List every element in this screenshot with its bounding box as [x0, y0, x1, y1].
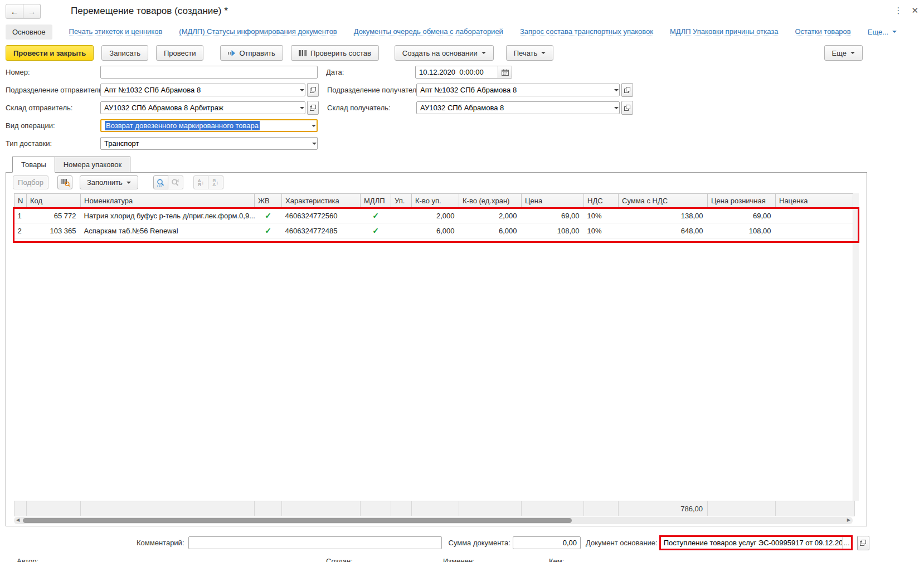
- nav-link-mdlp-refusal-reasons[interactable]: МДЛП Упаковки причины отказа: [670, 27, 778, 36]
- more-actions-button[interactable]: Еще: [824, 45, 863, 61]
- col-header-vital[interactable]: ЖВ: [255, 194, 282, 208]
- basis-document-open-button[interactable]: [857, 536, 869, 550]
- document-window: ← → Перемещение товаров (создание) * ⋮ ✕…: [0, 0, 924, 562]
- department-from-label: Подразделение отправитель:: [6, 86, 100, 94]
- back-button[interactable]: ←: [6, 4, 23, 19]
- tab-package-numbers[interactable]: Номера упаковок: [55, 157, 130, 173]
- col-header-qty-store[interactable]: К-во (ед.хран): [459, 194, 522, 208]
- ellipsis-icon[interactable]: ...: [842, 537, 851, 549]
- number-input[interactable]: [100, 66, 318, 79]
- chevron-down-icon: [127, 182, 131, 184]
- chevron-down-icon[interactable]: [610, 102, 619, 114]
- chevron-down-icon[interactable]: [295, 102, 305, 114]
- close-icon[interactable]: ✕: [911, 6, 918, 16]
- department-from-open-button[interactable]: [307, 83, 319, 97]
- basis-document-input[interactable]: Поступление товаров услуг ЭС-00995917 от…: [659, 535, 853, 550]
- col-header-total-with-vat[interactable]: Сумма с НДС: [619, 194, 708, 208]
- grid-tabs: Товары Номера упаковок: [0, 157, 924, 172]
- pick-button[interactable]: Подбор: [13, 175, 48, 189]
- nav-link-transport-pack-request[interactable]: Запрос состава транспортных упаковок: [520, 27, 653, 36]
- date-input[interactable]: 10.12.2020 0:00:00: [415, 66, 512, 79]
- horizontal-scrollbar-thumb[interactable]: [23, 518, 572, 523]
- chevron-down-icon[interactable]: [308, 138, 317, 149]
- open-icon: [310, 105, 316, 111]
- col-header-mdlp[interactable]: МДЛП: [361, 194, 391, 208]
- search-icon: [157, 179, 165, 187]
- sort-descending-button[interactable]: ЯА↓: [208, 175, 223, 189]
- chevron-down-icon[interactable]: [295, 84, 305, 96]
- post-and-close-button[interactable]: Провести и закрыть: [6, 45, 94, 61]
- nav-link-mdlp-statuses[interactable]: (МДЛП) Статусы информирования документов: [179, 27, 337, 36]
- department-to-open-button[interactable]: [621, 83, 633, 97]
- comment-input[interactable]: [188, 536, 442, 549]
- chevron-down-icon: [850, 52, 855, 54]
- col-header-pack[interactable]: Уп.: [391, 194, 412, 208]
- nav-link-labels-print[interactable]: Печать этикеток и ценников: [69, 27, 163, 36]
- delivery-type-input[interactable]: Транспорт: [100, 137, 318, 150]
- col-header-code[interactable]: Код: [27, 194, 81, 208]
- document-sum-label: Сумма документа:: [449, 539, 510, 547]
- tab-goods[interactable]: Товары: [12, 157, 55, 173]
- scroll-right-icon[interactable]: ▶: [847, 517, 850, 522]
- chevron-down-icon[interactable]: [610, 84, 619, 96]
- search-cancel-button[interactable]: [168, 175, 183, 189]
- vertical-scrollbar[interactable]: [853, 193, 859, 501]
- warehouse-from-open-button[interactable]: [307, 101, 319, 115]
- check-icon: ✓: [265, 226, 271, 235]
- col-header-qty-pack[interactable]: К-во уп.: [412, 194, 459, 208]
- nav-link-goods-remains[interactable]: Остатки товаров: [795, 27, 850, 36]
- col-header-characteristic[interactable]: Характеристика: [282, 194, 361, 208]
- tab-main[interactable]: Основное: [6, 25, 52, 40]
- row-delivery-type: Тип доставки: Транспорт: [6, 137, 924, 150]
- col-header-markup[interactable]: Наценка: [776, 194, 855, 208]
- nav-links-row: Основное Печать этикеток и ценников (МДЛ…: [0, 22, 924, 41]
- fill-button[interactable]: Заполнить: [80, 175, 138, 189]
- col-header-nomenclature[interactable]: Номенклатура: [81, 194, 255, 208]
- table-row[interactable]: 2 103 365 Аспаркам таб.№56 Renewal ✓ 460…: [14, 223, 855, 238]
- window-controls: ⋮ ✕: [894, 6, 918, 16]
- row-operation-kind: Вид операции: Возврат довезенного маркир…: [6, 119, 924, 132]
- warehouse-to-open-button[interactable]: [621, 101, 633, 115]
- horizontal-scrollbar[interactable]: ◀ ▶: [14, 517, 853, 524]
- search-button[interactable]: [153, 175, 168, 189]
- titlebar: ← → Перемещение товаров (создание) * ⋮ ✕: [0, 0, 924, 22]
- kebab-icon[interactable]: ⋮: [894, 6, 902, 16]
- forward-button[interactable]: →: [23, 4, 41, 19]
- chevron-down-icon[interactable]: [307, 120, 317, 131]
- col-header-n[interactable]: N: [14, 194, 27, 208]
- table-row[interactable]: 1 65 772 Натрия хлорид буфус р-тель д/пр…: [14, 208, 855, 223]
- department-from-input[interactable]: Апт №1032 СПб Абрамова 8: [100, 84, 305, 96]
- col-header-price[interactable]: Цена: [522, 194, 584, 208]
- print-button[interactable]: Печать: [506, 45, 554, 61]
- check-icon: ✓: [372, 226, 379, 235]
- nav-more-button[interactable]: Еще...: [868, 28, 897, 36]
- warehouse-from-input[interactable]: АУ1032 СПб Абрамова 8 Арбитраж: [100, 101, 305, 114]
- scroll-left-icon[interactable]: ◀: [16, 517, 20, 522]
- col-header-retail-price[interactable]: Цена розничная: [708, 194, 776, 208]
- send-button[interactable]: Отправить: [220, 45, 283, 61]
- scan-barcode-button[interactable]: [57, 175, 72, 189]
- department-to-input[interactable]: Апт №1032 СПб Абрамова 8: [416, 84, 620, 96]
- search-cancel-icon: [171, 179, 179, 187]
- warehouse-to-input[interactable]: АУ1032 СПб Абрамова 8: [416, 101, 620, 114]
- delivery-type-label: Тип доставки:: [6, 139, 100, 148]
- goods-table-header-row: N Код Номенклатура ЖВ Характеристика МДЛ…: [14, 194, 855, 208]
- operation-kind-input[interactable]: Возврат довезенного маркированного товар…: [100, 119, 318, 132]
- sort-ascending-button[interactable]: АЯ↓: [193, 175, 208, 189]
- check-icon: ✓: [265, 211, 271, 220]
- create-based-on-button[interactable]: Создать на основании: [395, 45, 494, 61]
- nav-link-lab-exchange-queue[interactable]: Документы очередь обмена с лабораторией: [354, 27, 503, 36]
- document-sum-input[interactable]: 0,00: [513, 536, 581, 549]
- col-header-vat[interactable]: НДС: [584, 194, 619, 208]
- modified-label: Изменен:: [443, 557, 475, 562]
- total-sum-value: 786,00: [619, 501, 708, 516]
- save-button[interactable]: Записать: [101, 45, 148, 61]
- post-button[interactable]: Провести: [156, 45, 204, 61]
- document-header-form: Номер: Дата: 10.12.2020 0:00:00 Подразде…: [0, 61, 924, 150]
- goods-table: N Код Номенклатура ЖВ Характеристика МДЛ…: [14, 193, 855, 238]
- forward-icon: →: [28, 7, 36, 16]
- chevron-down-icon: [541, 52, 546, 54]
- author-label: Автор:: [17, 557, 38, 562]
- calendar-button[interactable]: [498, 66, 512, 78]
- check-content-button[interactable]: Проверить состав: [291, 45, 379, 61]
